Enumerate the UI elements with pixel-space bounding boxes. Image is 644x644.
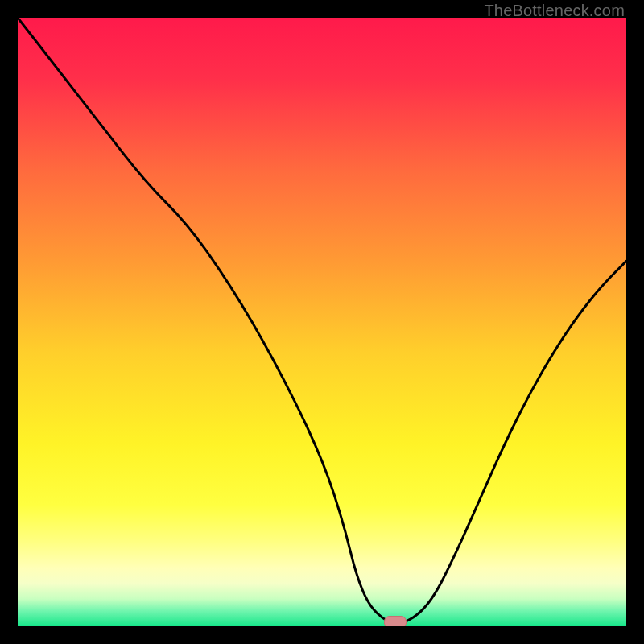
minimum-marker — [384, 616, 407, 626]
bottleneck-curve — [18, 18, 626, 626]
plot-area — [18, 18, 626, 626]
chart-frame: TheBottleneck.com — [0, 0, 644, 644]
watermark-text: TheBottleneck.com — [484, 2, 625, 20]
